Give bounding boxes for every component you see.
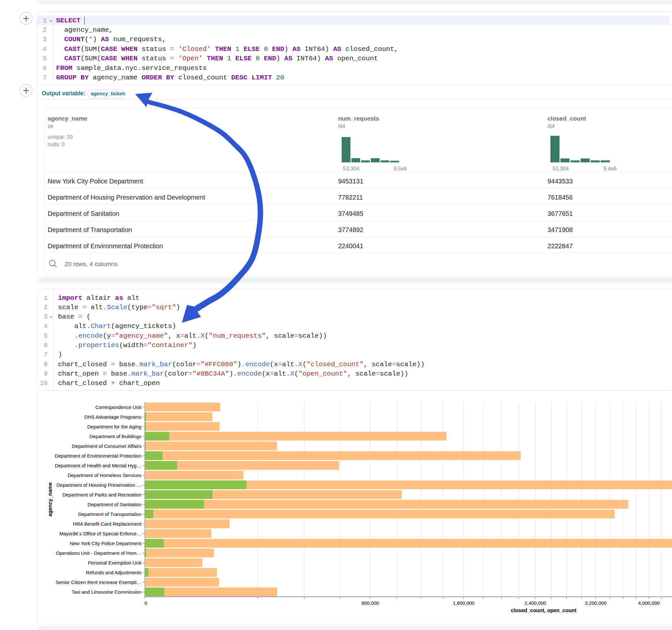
svg-text:800,000: 800,000 <box>361 600 379 606</box>
svg-text:Taxi and Limousine Commission: Taxi and Limousine Commission <box>72 589 141 595</box>
svg-text:1,600,000: 1,600,000 <box>453 600 475 606</box>
svg-text:Department of Housing Preserva: Department of Housing Preservation … <box>56 482 141 488</box>
svg-text:Department of Buildings: Department of Buildings <box>90 434 141 439</box>
svg-text:DHS Advantage Programs: DHS Advantage Programs <box>84 414 141 420</box>
svg-text:4,000,000: 4,000,000 <box>638 600 660 606</box>
svg-text:Department of Consumer Affairs: Department of Consumer Affairs <box>72 443 141 449</box>
svg-text:Correspondence Unit: Correspondence Unit <box>95 405 142 410</box>
svg-text:Department for the Aging: Department for the Aging <box>87 424 141 429</box>
svg-text:Department of Parks and Recrea: Department of Parks and Recreation <box>63 492 141 498</box>
svg-text:Operations Unit - Department o: Operations Unit - Department of Hom… <box>56 550 141 556</box>
svg-text:Refunds and Adjustments: Refunds and Adjustments <box>86 570 141 575</box>
svg-text:Department of Health and Menta: Department of Health and Mental Hyg… <box>55 463 141 468</box>
svg-text:closed_count, open_count: closed_count, open_count <box>511 608 577 613</box>
svg-text:Department of Transportation: Department of Transportation <box>78 511 141 517</box>
svg-text:Department of Sanitation: Department of Sanitation <box>88 502 141 507</box>
svg-text:3,200,000: 3,200,000 <box>585 600 606 606</box>
svg-text:Department of Homeless Service: Department of Homeless Services <box>67 472 141 478</box>
svg-text:Mayorâ€ s Office of Special En: Mayorâ€ s Office of Special Enforce… <box>59 531 141 536</box>
svg-text:HRA Benefit Card Replacement: HRA Benefit Card Replacement <box>73 521 142 527</box>
svg-text:2,400,000: 2,400,000 <box>525 600 546 606</box>
svg-text:0: 0 <box>145 600 147 606</box>
svg-text:Personal Exemption Unit: Personal Exemption Unit <box>88 560 142 565</box>
svg-text:Senior Citizen Rent Increase E: Senior Citizen Rent Increase Exempti… <box>56 579 141 585</box>
svg-text:New York City Police Departmen: New York City Police Department <box>70 540 142 546</box>
svg-text:Department of Environmental Pr: Department of Environmental Protection <box>55 453 141 459</box>
svg-text:agency_name: agency_name <box>47 482 53 516</box>
